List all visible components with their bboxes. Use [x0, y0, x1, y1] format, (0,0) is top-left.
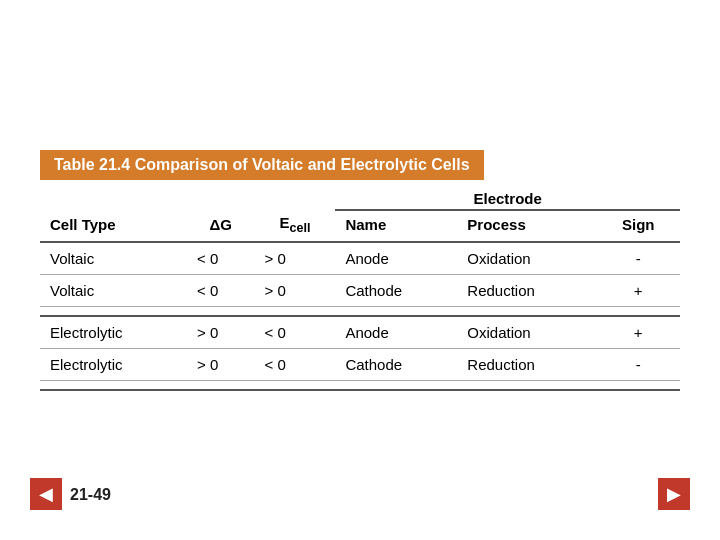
delta-g-1: < 0	[187, 242, 254, 275]
name-3: Anode	[335, 316, 457, 349]
ecell-2: > 0	[255, 274, 336, 306]
col-sign: Sign	[597, 210, 681, 242]
prev-arrow-icon: ◀	[39, 485, 53, 503]
sign-3: +	[597, 316, 681, 349]
ecell-3: < 0	[255, 316, 336, 349]
cell-type-1: Voltaic	[40, 242, 187, 275]
comparison-table: Electrode Cell Type ΔG Ecell Name Proces…	[40, 190, 680, 391]
table-row: Electrolytic > 0 < 0 Cathode Reduction -	[40, 348, 680, 380]
process-3: Oxidation	[457, 316, 596, 349]
prev-button[interactable]: ◀	[30, 478, 62, 510]
table-row: Voltaic < 0 > 0 Cathode Reduction +	[40, 274, 680, 306]
col-headers: Cell Type ΔG Ecell Name Process Sign	[40, 210, 680, 242]
delta-g-4: > 0	[187, 348, 254, 380]
col-ecell: Ecell	[255, 210, 336, 242]
delta-g-2: < 0	[187, 274, 254, 306]
cell-type-3: Electrolytic	[40, 316, 187, 349]
table-title: Table 21.4 Comparison of Voltaic and Ele…	[40, 150, 484, 180]
col-process: Process	[457, 210, 596, 242]
sign-2: +	[597, 274, 681, 306]
name-2: Cathode	[335, 274, 457, 306]
ecell-4: < 0	[255, 348, 336, 380]
col-delta-g: ΔG	[187, 210, 254, 242]
bottom-separator	[40, 380, 680, 390]
ecell-1: > 0	[255, 242, 336, 275]
process-2: Reduction	[457, 274, 596, 306]
process-1: Oxidation	[457, 242, 596, 275]
col-name: Name	[335, 210, 457, 242]
process-4: Reduction	[457, 348, 596, 380]
table-row: Voltaic < 0 > 0 Anode Oxidation -	[40, 242, 680, 275]
electrode-header-row: Electrode	[40, 190, 680, 210]
delta-g-3: > 0	[187, 316, 254, 349]
table-row: Electrolytic > 0 < 0 Anode Oxidation +	[40, 316, 680, 349]
electrode-label: Electrode	[335, 190, 680, 210]
sign-4: -	[597, 348, 681, 380]
table-wrapper: Table 21.4 Comparison of Voltaic and Ele…	[40, 150, 680, 391]
page-container: Table 21.4 Comparison of Voltaic and Ele…	[0, 0, 720, 540]
col-cell-type: Cell Type	[40, 210, 187, 242]
separator-row	[40, 306, 680, 316]
sign-1: -	[597, 242, 681, 275]
name-4: Cathode	[335, 348, 457, 380]
next-arrow-icon: ▶	[667, 485, 681, 503]
page-label: 21-49	[70, 486, 111, 504]
name-1: Anode	[335, 242, 457, 275]
cell-type-4: Electrolytic	[40, 348, 187, 380]
cell-type-2: Voltaic	[40, 274, 187, 306]
next-button[interactable]: ▶	[658, 478, 690, 510]
